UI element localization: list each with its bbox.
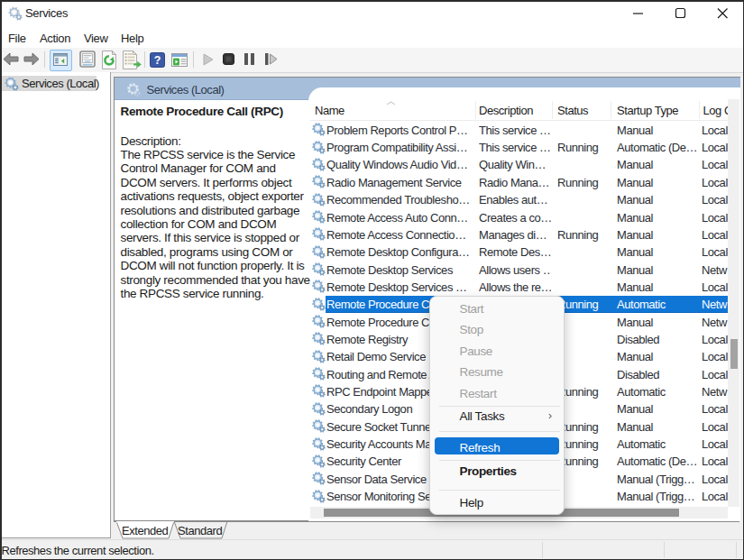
svg-text:?: ? bbox=[154, 54, 161, 67]
